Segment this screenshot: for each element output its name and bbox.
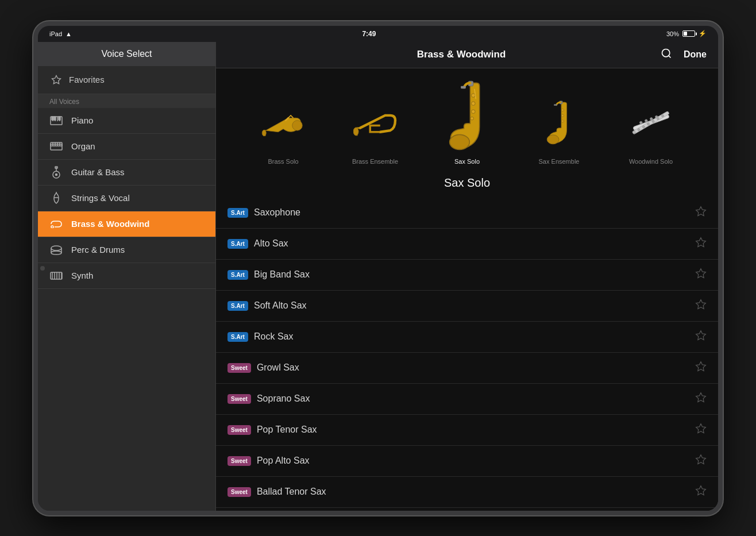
list-item[interactable]: SweetPop Alto Sax [216, 446, 718, 477]
home-button [718, 254, 720, 283]
instrument-brass-ensemble[interactable]: Brass Ensemble [332, 91, 418, 165]
svg-point-38 [472, 93, 476, 97]
main-content: Brass & Woodwind Done [216, 42, 718, 511]
brass-solo-image [252, 91, 315, 155]
svg-point-41 [470, 117, 473, 119]
instrument-brass-solo[interactable]: Brass Solo [240, 91, 326, 165]
sidebar-item-favorites[interactable]: Favorites [38, 66, 215, 94]
sidebar-item-synth[interactable]: Synth [38, 263, 215, 289]
synth-icon [49, 270, 63, 282]
battery-icon [682, 30, 695, 37]
favorite-star[interactable] [695, 206, 707, 220]
svg-marker-72 [696, 485, 706, 495]
svg-marker-0 [52, 75, 61, 83]
guitar-bass-label: Guitar & Bass [71, 167, 125, 177]
wifi-icon: ▲ [65, 30, 72, 37]
organ-icon [49, 141, 63, 152]
svg-point-25 [51, 251, 61, 254]
svg-marker-69 [696, 392, 706, 402]
svg-point-39 [472, 101, 476, 105]
sidebar-item-guitar-bass[interactable]: Guitar & Bass [38, 160, 215, 186]
strings-vocal-label: Strings & Vocal [71, 193, 130, 203]
svg-marker-65 [696, 268, 706, 277]
sidebar-item-organ[interactable]: Organ [38, 134, 215, 160]
status-time: 7:49 [362, 30, 376, 38]
list-item[interactable]: SweetBallad Tenor Sax [216, 477, 718, 508]
sidebar-item-perc-drums[interactable]: Perc & Drums [38, 237, 215, 263]
svg-marker-66 [696, 299, 706, 309]
svg-rect-8 [59, 117, 60, 120]
svg-rect-9 [51, 144, 62, 150]
battery-percent: 30% [666, 30, 679, 37]
voice-badge: S.Art [227, 208, 248, 218]
list-item[interactable]: S.ArtRock Sax [216, 322, 718, 353]
brass-woodwind-label: Brass & Woodwind [71, 219, 149, 229]
list-item[interactable]: S.ArtSaxophone [216, 198, 718, 229]
sidebar-item-brass-woodwind[interactable]: Brass & Woodwind [38, 211, 215, 237]
svg-point-18 [56, 173, 57, 175]
sax-ensemble-name: Sax Ensemble [539, 158, 580, 165]
done-button[interactable]: Done [684, 49, 707, 60]
brass-ensemble-name: Brass Ensemble [352, 158, 398, 165]
status-left: iPad ▲ [49, 30, 72, 37]
sax-solo-image [430, 80, 504, 155]
instrument-sax-ensemble[interactable]: Sax Ensemble [516, 91, 602, 165]
voice-badge: S.Art [227, 239, 248, 249]
status-right: 30% ⚡ [666, 30, 707, 37]
device-label: iPad [49, 30, 62, 37]
voice-badge: Sweet [227, 363, 251, 373]
svg-point-35 [262, 130, 266, 136]
instrument-sax-solo[interactable]: Sax Solo [424, 80, 510, 165]
voice-name: Saxophone [254, 207, 689, 218]
instrument-woodwind-solo[interactable]: Woodwind Solo [608, 91, 694, 165]
search-button[interactable] [661, 48, 672, 62]
list-item[interactable]: S.ArtAlto Sax [216, 229, 718, 260]
svg-rect-55 [632, 111, 669, 134]
strings-icon [49, 192, 63, 204]
voice-badge: Sweet [227, 425, 251, 435]
favorite-star[interactable] [695, 268, 707, 282]
list-item[interactable]: SweetGrowl Sax [216, 353, 718, 384]
favorite-star[interactable] [695, 299, 707, 313]
favorite-star[interactable] [695, 361, 707, 375]
svg-rect-49 [554, 104, 557, 106]
main-header: Brass & Woodwind Done [216, 42, 718, 68]
brass-icon [49, 218, 63, 230]
perc-icon [49, 244, 63, 256]
voice-name: Big Band Sax [254, 269, 689, 280]
svg-marker-68 [696, 361, 706, 371]
svg-point-37 [450, 134, 470, 149]
svg-point-44 [547, 134, 559, 144]
favorite-star[interactable] [695, 485, 707, 499]
favorite-star[interactable] [695, 330, 707, 344]
list-item[interactable]: SweetSoprano Sax [216, 384, 718, 415]
list-item[interactable]: S.ArtBig Band Sax [216, 260, 718, 291]
main-header-title: Brass & Woodwind [262, 49, 661, 60]
sidebar-item-strings-vocal[interactable]: Strings & Vocal [38, 186, 215, 211]
app-container: Voice Select Favorites All Voices [38, 42, 718, 511]
list-item[interactable]: SweetBreathy Tenor Sax [216, 508, 718, 511]
list-item[interactable]: SweetPop Tenor Sax [216, 415, 718, 446]
instrument-list: S.ArtSaxophone S.ArtAlto Sax S.ArtBig Ba… [216, 198, 718, 511]
favorite-star[interactable] [695, 237, 707, 251]
organ-label: Organ [71, 141, 95, 151]
header-right: Done [661, 48, 707, 62]
voice-name: Growl Sax [257, 363, 689, 373]
sax-solo-name: Sax Solo [454, 158, 480, 165]
woodwind-solo-image [619, 91, 682, 155]
favorite-star[interactable] [695, 392, 707, 406]
svg-point-22 [51, 246, 61, 250]
favorite-star[interactable] [695, 423, 707, 437]
svg-point-46 [561, 114, 564, 117]
sidebar-item-piano[interactable]: Piano [38, 108, 215, 134]
svg-point-34 [292, 120, 303, 130]
svg-marker-64 [696, 237, 706, 246]
svg-rect-7 [54, 117, 56, 120]
favorites-label: Favorites [69, 75, 105, 84]
voice-name: Ballad Tenor Sax [257, 487, 689, 497]
favorite-star[interactable] [695, 454, 707, 468]
status-bar: iPad ▲ 7:49 30% ⚡ [38, 26, 718, 42]
svg-point-21 [51, 226, 53, 228]
list-item[interactable]: S.ArtSoft Alto Sax [216, 291, 718, 322]
svg-rect-6 [52, 117, 53, 120]
